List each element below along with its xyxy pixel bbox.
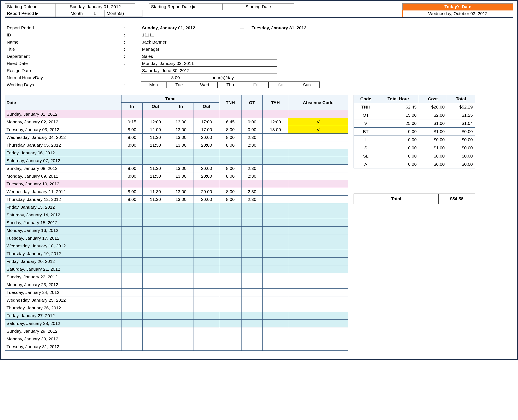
time-cell[interactable]: 17:00: [194, 126, 219, 134]
time-cell[interactable]: [263, 196, 288, 203]
time-cell[interactable]: [219, 157, 241, 165]
time-cell[interactable]: [168, 149, 194, 157]
time-cell[interactable]: 13:00: [168, 126, 194, 134]
time-cell[interactable]: [194, 265, 219, 273]
time-cell[interactable]: 17:00: [194, 118, 219, 126]
date-cell[interactable]: Thursday, January 19, 2012: [5, 250, 121, 258]
time-cell[interactable]: [143, 265, 168, 273]
time-cell[interactable]: 8:00: [219, 172, 241, 180]
time-cell[interactable]: [263, 227, 288, 234]
time-cell[interactable]: [143, 327, 168, 335]
time-cell[interactable]: [168, 320, 194, 327]
time-cell[interactable]: [121, 296, 143, 304]
time-cell[interactable]: [219, 273, 241, 281]
time-cell[interactable]: [143, 110, 168, 118]
absence-cell[interactable]: V: [288, 126, 348, 134]
working-day-wed[interactable]: Wed: [192, 82, 218, 88]
time-cell[interactable]: 11:30: [143, 172, 168, 180]
time-cell[interactable]: [168, 343, 194, 351]
time-cell[interactable]: [143, 211, 168, 219]
time-cell[interactable]: [263, 134, 288, 141]
dept-value[interactable]: Sales: [141, 53, 277, 60]
time-cell[interactable]: [194, 227, 219, 234]
time-cell[interactable]: [263, 320, 288, 327]
timesheet-row[interactable]: Tuesday, January 10, 2012: [5, 180, 348, 188]
time-cell[interactable]: [241, 157, 263, 165]
time-cell[interactable]: [241, 250, 263, 258]
time-cell[interactable]: [194, 149, 219, 157]
time-cell[interactable]: [194, 258, 219, 265]
timesheet-row[interactable]: Tuesday, January 03, 20128:0012:0013:001…: [5, 126, 348, 134]
time-cell[interactable]: [168, 242, 194, 250]
time-cell[interactable]: 8:00: [121, 126, 143, 134]
absence-cell[interactable]: [288, 172, 348, 180]
time-cell[interactable]: [263, 141, 288, 149]
time-cell[interactable]: [168, 281, 194, 289]
time-cell[interactable]: 8:00: [219, 188, 241, 196]
absence-cell[interactable]: [288, 289, 348, 296]
time-cell[interactable]: [121, 343, 143, 351]
time-cell[interactable]: 20:00: [194, 172, 219, 180]
time-cell[interactable]: [168, 335, 194, 343]
time-cell[interactable]: [121, 335, 143, 343]
time-cell[interactable]: [168, 180, 194, 188]
time-cell[interactable]: [121, 211, 143, 219]
time-cell[interactable]: 2:30: [241, 172, 263, 180]
time-cell[interactable]: [219, 242, 241, 250]
date-cell[interactable]: Sunday, January 08, 2012: [5, 165, 121, 172]
timesheet-row[interactable]: Thursday, January 19, 2012: [5, 250, 348, 258]
time-cell[interactable]: [143, 250, 168, 258]
time-cell[interactable]: 0:00: [241, 118, 263, 126]
absence-cell[interactable]: [288, 227, 348, 234]
time-cell[interactable]: 13:00: [168, 196, 194, 203]
timesheet-row[interactable]: Thursday, January 26, 2012: [5, 304, 348, 312]
absence-cell[interactable]: [288, 165, 348, 172]
time-cell[interactable]: [194, 304, 219, 312]
date-cell[interactable]: Thursday, January 26, 2012: [5, 304, 121, 312]
date-cell[interactable]: Friday, January 27, 2012: [5, 312, 121, 320]
time-cell[interactable]: 11:30: [143, 134, 168, 141]
time-cell[interactable]: [263, 343, 288, 351]
time-cell[interactable]: [219, 289, 241, 296]
time-cell[interactable]: [241, 149, 263, 157]
time-cell[interactable]: [263, 188, 288, 196]
time-cell[interactable]: [168, 265, 194, 273]
time-cell[interactable]: [143, 335, 168, 343]
time-cell[interactable]: [241, 234, 263, 242]
time-cell[interactable]: [241, 320, 263, 327]
time-cell[interactable]: [241, 110, 263, 118]
time-cell[interactable]: 2:30: [241, 188, 263, 196]
time-cell[interactable]: 20:00: [194, 141, 219, 149]
timesheet-row[interactable]: Wednesday, January 04, 20128:0011:3013:0…: [5, 134, 348, 141]
time-cell[interactable]: [241, 304, 263, 312]
timesheet-row[interactable]: Wednesday, January 11, 20128:0011:3013:0…: [5, 188, 348, 196]
absence-cell[interactable]: [288, 304, 348, 312]
absence-cell[interactable]: [288, 203, 348, 211]
time-cell[interactable]: 2:30: [241, 165, 263, 172]
timesheet-row[interactable]: Thursday, January 05, 20128:0011:3013:00…: [5, 141, 348, 149]
time-cell[interactable]: [263, 149, 288, 157]
date-cell[interactable]: Sunday, January 15, 2012: [5, 219, 121, 227]
absence-cell[interactable]: [288, 343, 348, 351]
absence-cell[interactable]: [288, 250, 348, 258]
date-cell[interactable]: Wednesday, January 04, 2012: [5, 134, 121, 141]
time-cell[interactable]: 13:00: [168, 134, 194, 141]
time-cell[interactable]: [219, 304, 241, 312]
time-cell[interactable]: [143, 320, 168, 327]
time-cell[interactable]: 2:30: [241, 141, 263, 149]
time-cell[interactable]: 11:30: [143, 196, 168, 203]
time-cell[interactable]: [263, 265, 288, 273]
time-cell[interactable]: 12:00: [143, 126, 168, 134]
normal-hours-value[interactable]: 8:00: [141, 75, 210, 81]
timesheet-row[interactable]: Friday, January 13, 2012: [5, 203, 348, 211]
date-cell[interactable]: Saturday, January 07, 2012: [5, 157, 121, 165]
time-cell[interactable]: [194, 320, 219, 327]
time-cell[interactable]: [121, 273, 143, 281]
name-value[interactable]: Jack Banner: [141, 39, 277, 45]
time-cell[interactable]: 12:00: [263, 118, 288, 126]
time-cell[interactable]: [219, 265, 241, 273]
time-cell[interactable]: [121, 242, 143, 250]
time-cell[interactable]: 12:00: [143, 118, 168, 126]
time-cell[interactable]: [143, 180, 168, 188]
time-cell[interactable]: [194, 180, 219, 188]
